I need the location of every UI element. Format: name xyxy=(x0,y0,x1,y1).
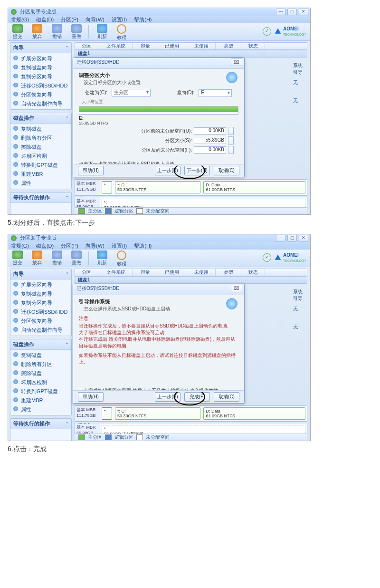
tb-discard[interactable]: 放弃 xyxy=(29,24,45,40)
menu-disk[interactable]: 磁盘(D) xyxy=(33,16,57,24)
spinner[interactable] xyxy=(228,136,234,145)
disk1-part-star[interactable]: * xyxy=(102,407,112,420)
wizard-item-extend[interactable]: 扩展分区向导 xyxy=(10,54,71,63)
drive-letter-select[interactable]: E: xyxy=(199,89,232,97)
tb-commit[interactable]: 提交 xyxy=(10,251,25,266)
tb-tutorial[interactable]: 教程 xyxy=(114,24,129,41)
disk1-part-c[interactable]: *: C:50.30GB NTFS xyxy=(115,181,200,193)
dialog-close-button[interactable]: ⌧ xyxy=(231,285,242,292)
menu-part[interactable]: 分区(P) xyxy=(58,16,81,24)
legend-logical-swatch xyxy=(105,208,112,214)
op-bad-sector[interactable]: 坏扇区检测 xyxy=(10,152,71,161)
menu-settings[interactable]: 设置(I) xyxy=(109,242,130,250)
op-wipe-disk[interactable]: 擦除磁盘 xyxy=(10,369,71,378)
panel-pending-header[interactable]: 等待执行的操作˄ xyxy=(10,419,71,429)
unalloc-before-input[interactable]: 0.00KB xyxy=(194,127,226,135)
op-bad-sector[interactable]: 坏扇区检测 xyxy=(10,378,71,387)
op-copy-disk[interactable]: 复制磁盘 xyxy=(10,125,71,134)
menu-part[interactable]: 分区(P) xyxy=(58,242,81,250)
menu-general[interactable]: 常规(G) xyxy=(8,16,32,24)
dialog-title: 迁移OS到SSD/HDD xyxy=(77,286,119,291)
wizard-item-copy-part[interactable]: 复制分区向导 xyxy=(10,299,71,308)
disk1-row[interactable]: 基本 MBR111.79GB * *: C:50.30GB NTFS D: Da… xyxy=(75,405,307,422)
panel-diskops-header[interactable]: 磁盘操作˄ xyxy=(10,113,71,124)
unalloc-after-input[interactable]: 0.00KB xyxy=(194,146,226,154)
help-button[interactable]: 帮助(H) xyxy=(78,392,104,402)
wizard-item-copy-part[interactable]: 复制分区向导 xyxy=(10,72,71,81)
wizard-item-recover[interactable]: 分区恢复向导 xyxy=(10,317,71,326)
tb-commit[interactable]: 提交 xyxy=(10,24,25,40)
op-to-gpt[interactable]: 转换到GPT磁盘 xyxy=(10,161,71,170)
help-button[interactable]: 帮助(H) xyxy=(78,166,104,175)
tb-redo[interactable]: 重做 xyxy=(69,251,84,266)
menu-settings[interactable]: 设置(I) xyxy=(109,16,130,24)
tb-undo[interactable]: 撤销 xyxy=(49,24,65,40)
op-rebuild-mbr[interactable]: 重建MBR xyxy=(10,170,71,179)
next-button[interactable]: 下一步(N) xyxy=(184,166,210,175)
disk1-part-c[interactable]: *: C:50.30GB NTFS xyxy=(115,407,200,420)
disk1-part-d[interactable]: D: Data61.09GB NTFS xyxy=(203,181,305,193)
menu-wizard[interactable]: 向导(W) xyxy=(83,16,107,24)
op-wipe-disk[interactable]: 擦除磁盘 xyxy=(10,143,71,152)
window-title: 分区助手专业版 xyxy=(20,235,57,241)
size-slider[interactable] xyxy=(79,106,238,115)
wizard-item-recover[interactable]: 分区恢复向导 xyxy=(10,90,71,99)
dialog-titlebar: 迁移OS到SSD/HDD ⌧ xyxy=(73,284,244,295)
disk1-part-star[interactable]: * xyxy=(102,181,112,193)
cancel-button[interactable]: 取消(C) xyxy=(214,166,239,175)
part-size-input[interactable]: 55.89GB xyxy=(194,137,226,144)
maximize-button[interactable]: ▢ xyxy=(287,9,297,15)
op-properties[interactable]: 属性 xyxy=(10,405,71,414)
wizard-item-copy-disk[interactable]: 复制磁盘向导 xyxy=(10,289,71,299)
back-button[interactable]: 上一步(B) xyxy=(155,392,180,402)
tb-refresh[interactable]: 刷新 xyxy=(95,251,110,266)
op-rebuild-mbr[interactable]: 重建MBR xyxy=(10,396,71,405)
op-copy-disk[interactable]: 复制磁盘 xyxy=(10,351,71,360)
close-button[interactable]: ✕ xyxy=(299,9,308,15)
op-delete-all[interactable]: 删除所有分区 xyxy=(10,360,71,369)
spinner[interactable] xyxy=(228,146,234,154)
panel-diskops-header[interactable]: 磁盘操作˄ xyxy=(10,339,71,350)
col-free: 未使用 xyxy=(188,269,216,276)
op-delete-all[interactable]: 删除所有分区 xyxy=(10,134,71,143)
tb-tutorial[interactable]: 教程 xyxy=(114,251,129,267)
menu-general[interactable]: 常规(G) xyxy=(8,242,32,250)
window-titlebar: 分区助手专业版 — ▢ ✕ xyxy=(8,8,310,16)
panel-pending-header[interactable]: 等待执行的操作˄ xyxy=(10,193,71,203)
minimize-button[interactable]: — xyxy=(276,9,285,15)
op-to-gpt[interactable]: 转换到GPT磁盘 xyxy=(10,387,71,396)
menu-wizard[interactable]: 向导(W) xyxy=(83,242,107,250)
app-icon xyxy=(11,9,17,15)
op-properties[interactable]: 属性 xyxy=(10,179,71,188)
wizard-item-migrate-os[interactable]: 迁移OS到SSD/HDD xyxy=(10,81,71,90)
dialog-footer: 帮助(H) 上一步(B) 下一步(N) 取消(C) xyxy=(73,164,244,177)
spinner[interactable] xyxy=(228,127,234,135)
disk1-row[interactable]: 基本 MBR 111.79GB * *: C:50.30GB NTFS D: D… xyxy=(75,179,307,195)
menu-help[interactable]: 帮助(H) xyxy=(131,242,154,250)
wizard-item-boot-cd[interactable]: 启动光盘制作向导 xyxy=(10,99,71,108)
legend-primary-swatch xyxy=(78,434,85,440)
menu-disk[interactable]: 磁盘(D) xyxy=(33,242,57,250)
tb-discard[interactable]: 放弃 xyxy=(29,251,45,266)
maximize-button[interactable]: ▢ xyxy=(287,235,297,241)
disk1-part-d[interactable]: D: Data61.09GB NTFS xyxy=(203,407,305,420)
wizard-item-boot-cd[interactable]: 启动光盘制作向导 xyxy=(10,326,71,335)
tb-redo[interactable]: 重做 xyxy=(69,24,84,40)
cancel-button[interactable]: 取消(C) xyxy=(214,392,239,402)
minimize-button[interactable]: — xyxy=(276,235,285,241)
panel-wizard-header[interactable]: 向导˄ xyxy=(10,43,71,53)
finish-button[interactable]: 完成(F) xyxy=(184,392,210,402)
create-as-select[interactable]: 主分区 xyxy=(112,89,151,96)
tb-undo[interactable]: 撤销 xyxy=(49,251,65,266)
wizard-item-extend[interactable]: 扩展分区向导 xyxy=(10,280,71,289)
wizard-item-migrate-os[interactable]: 迁移OS到SSD/HDD xyxy=(10,308,71,317)
panel-wizard-header[interactable]: 向导˄ xyxy=(10,269,71,280)
close-button[interactable]: ✕ xyxy=(299,235,308,241)
undo-icon xyxy=(52,24,62,33)
tb-refresh[interactable]: 刷新 xyxy=(95,24,110,40)
wizard-item-copy-disk[interactable]: 复制磁盘向导 xyxy=(10,63,71,72)
col-cap: 容量 xyxy=(134,43,157,49)
dialog-close-button[interactable]: ⌧ xyxy=(231,58,242,66)
back-button[interactable]: 上一步(B) xyxy=(155,166,180,175)
menu-help[interactable]: 帮助(H) xyxy=(131,16,154,24)
